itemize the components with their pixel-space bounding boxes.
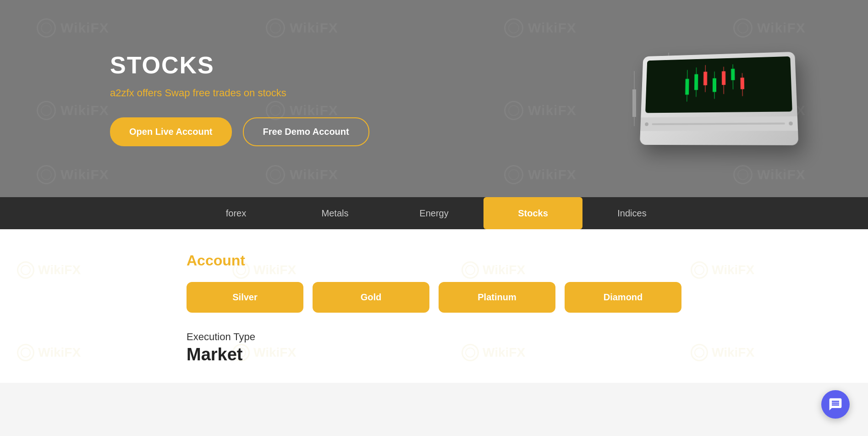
nav-tabs-inner: forex Metals Energy Stocks Indices bbox=[187, 197, 681, 229]
svg-rect-23 bbox=[685, 79, 689, 95]
svg-rect-27 bbox=[703, 72, 707, 85]
chat-icon bbox=[828, 397, 843, 412]
tab-forex[interactable]: forex bbox=[187, 197, 286, 229]
hero-content: STOCKS a2zfx offers Swap free trades on … bbox=[110, 51, 369, 146]
execution-label: Execution Type bbox=[187, 331, 681, 343]
tab-stocks[interactable]: Stocks bbox=[483, 197, 582, 229]
tab-indices[interactable]: Indices bbox=[582, 197, 681, 229]
execution-value: Market bbox=[187, 345, 681, 364]
svg-rect-31 bbox=[722, 71, 725, 85]
svg-rect-29 bbox=[713, 78, 716, 92]
tab-metals[interactable]: Metals bbox=[286, 197, 385, 229]
hero-illustration bbox=[639, 53, 795, 144]
hero-buttons: Open Live Account Free Demo Account bbox=[110, 117, 369, 146]
open-live-account-button[interactable]: Open Live Account bbox=[110, 117, 232, 146]
hero-subtitle: a2zfx offers Swap free trades on stocks bbox=[110, 87, 369, 99]
svg-rect-1 bbox=[632, 89, 636, 117]
main-content: WikiFX WikiFX WikiFX WikiFX bbox=[0, 229, 868, 383]
account-diamond-button[interactable]: Diamond bbox=[565, 282, 681, 313]
execution-type-section: Execution Type Market bbox=[187, 331, 681, 364]
svg-rect-25 bbox=[694, 74, 698, 90]
chat-button[interactable] bbox=[821, 390, 850, 419]
hero-title: STOCKS bbox=[110, 51, 369, 79]
account-section-title: Account bbox=[187, 252, 681, 269]
free-demo-account-button[interactable]: Free Demo Account bbox=[243, 117, 369, 146]
content-inner: WikiFX WikiFX WikiFX WikiFX bbox=[187, 252, 681, 364]
svg-rect-33 bbox=[731, 69, 735, 80]
account-buttons: Silver Gold Platinum Diamond bbox=[187, 282, 681, 313]
hero-section: WikiFX WikiFX WikiFX WikiFX WikiFX bbox=[0, 0, 868, 197]
navigation-tabs: forex Metals Energy Stocks Indices bbox=[0, 197, 868, 229]
account-platinum-button[interactable]: Platinum bbox=[439, 282, 555, 313]
svg-rect-35 bbox=[741, 77, 745, 89]
account-silver-button[interactable]: Silver bbox=[187, 282, 303, 313]
tab-energy[interactable]: Energy bbox=[385, 197, 483, 229]
account-gold-button[interactable]: Gold bbox=[313, 282, 429, 313]
